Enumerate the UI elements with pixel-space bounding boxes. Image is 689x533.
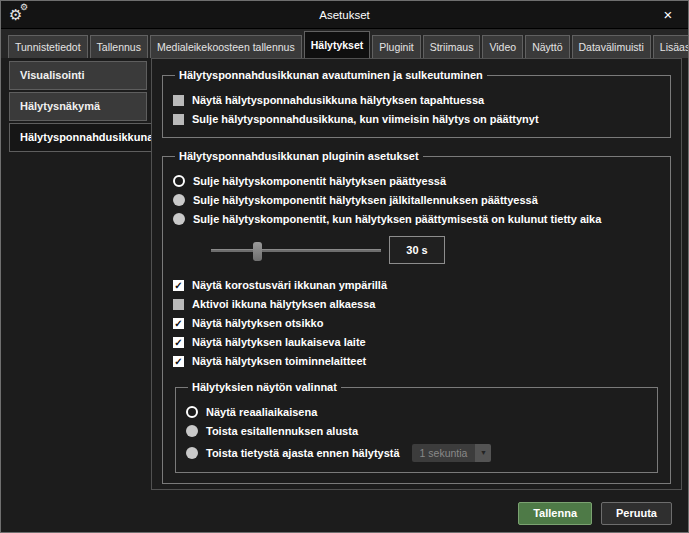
delay-slider-row: 30 s (211, 235, 662, 265)
radio-row[interactable]: Toista tietystä ajasta ennen hälytystä 1… (186, 444, 649, 462)
checkbox-icon[interactable]: ✓ (173, 280, 184, 291)
chevron-down-icon: ▼ (475, 444, 491, 462)
checkbox-icon[interactable]: ✓ (173, 318, 184, 329)
checkbox-icon[interactable] (173, 114, 184, 125)
checkbox-row[interactable]: Aktivoi ikkuna hälytyksen alkaessa (173, 298, 662, 310)
tab-datavalimuisti[interactable]: Datavälimuisti (572, 35, 651, 58)
cancel-button[interactable]: Peruuta (601, 502, 672, 525)
settings-window: ⚙ ⚙ Asetukset × Tunnistetiedot Tallennus… (0, 0, 689, 533)
slider-value-input[interactable]: 30 s (389, 236, 445, 264)
checkbox-icon[interactable]: ✓ (173, 337, 184, 348)
dialog-buttons: Tallenna Peruuta (518, 502, 672, 525)
checkbox-label: Näytä hälytyksen laukaiseva laite (192, 336, 366, 348)
radio-row[interactable]: Sulje hälytyskomponentit, kun hälytyksen… (173, 213, 662, 225)
checkbox-label: Aktivoi ikkuna hälytyksen alkaessa (192, 298, 375, 310)
tab-striimaus[interactable]: Striimaus (423, 35, 481, 58)
checkbox-label: Näytä hälytyksen otsikko (192, 317, 323, 329)
radio-row[interactable]: Toista esitallennuksen alusta (186, 425, 649, 437)
save-button[interactable]: Tallenna (518, 502, 592, 525)
checkbox-label: Sulje hälytysponnahdusikkuna, kun viimei… (192, 113, 539, 125)
title-bar: ⚙ ⚙ Asetukset × (1, 1, 688, 29)
checkbox-label: Näytä hälytyksen toiminnelaitteet (192, 355, 366, 367)
radio-label: Sulje hälytyskomponentit hälytyksen päät… (193, 175, 446, 187)
tab-halytykset[interactable]: Hälytykset (304, 31, 371, 58)
radio-row[interactable]: Sulje hälytyskomponentit hälytyksen päät… (173, 175, 662, 187)
sidebar-item-halytysponnahdusikkuna[interactable]: Hälytysponnahdusikkuna (9, 123, 151, 152)
sidebar: Visualisointi Hälytysnäkymä Hälytysponna… (9, 61, 151, 154)
window-title: Asetukset (1, 9, 688, 21)
slider-track[interactable] (211, 249, 381, 252)
plugin-checkbox-list: ✓ Näytä korostusväri ikkunan ympärillä A… (171, 279, 662, 367)
tab-naytto[interactable]: Näyttö (525, 35, 569, 58)
checkbox-label: Näytä korostusväri ikkunan ympärillä (192, 279, 387, 291)
group-popup-open-close: Hälytysponnahdusikkunan avautuminen ja s… (162, 69, 671, 138)
radio-icon[interactable] (186, 425, 198, 437)
radio-label: Toista esitallennuksen alusta (206, 425, 358, 437)
group-plugin-settings: Hälytysponnahdusikkunan pluginin asetuks… (162, 150, 671, 484)
checkbox-icon[interactable]: ✓ (173, 356, 184, 367)
checkbox-icon[interactable] (173, 95, 184, 106)
radio-row[interactable]: Sulje hälytyskomponentit hälytyksen jälk… (173, 194, 662, 206)
tab-bar: Tunnistetiedot Tallennus Medialeikekoost… (1, 29, 688, 58)
checkbox-row[interactable]: Sulje hälytysponnahdusikkuna, kun viimei… (173, 113, 662, 125)
sidebar-item-halytysnakyma[interactable]: Hälytysnäkymä (9, 92, 147, 121)
radio-icon[interactable] (186, 447, 198, 459)
time-before-alarm-dropdown[interactable]: 1 sekuntia ▼ (412, 444, 492, 462)
radio-label: Näytä reaaliaikaisena (206, 406, 317, 418)
group-title: Hälytysponnahdusikkunan pluginin asetuks… (175, 150, 423, 162)
checkbox-row[interactable]: ✓ Näytä hälytyksen laukaiseva laite (173, 336, 662, 348)
checkbox-row[interactable]: ✓ Näytä korostusväri ikkunan ympärillä (173, 279, 662, 291)
tab-pluginit[interactable]: Pluginit (372, 35, 420, 58)
radio-icon[interactable] (173, 175, 185, 187)
settings-panel: Hälytysponnahdusikkunan avautuminen ja s… (151, 58, 682, 490)
group-title: Hälytyksien näytön valinnat (188, 381, 341, 393)
radio-label: Sulje hälytyskomponentit, kun hälytyksen… (193, 213, 601, 225)
sidebar-item-visualisointi[interactable]: Visualisointi (9, 61, 147, 90)
checkbox-row[interactable]: ✓ Näytä hälytyksen otsikko (173, 317, 662, 329)
radio-label: Toista tietystä ajasta ennen hälytystä (206, 447, 400, 459)
dropdown-value: 1 sekuntia (412, 444, 476, 462)
checkbox-label: Näytä hälytysponnahdusikkuna hälytyksen … (192, 94, 484, 106)
checkbox-icon[interactable] (173, 299, 184, 310)
tab-tallennus[interactable]: Tallennus (90, 35, 148, 58)
close-icon[interactable]: × (658, 5, 678, 25)
tab-lisaasetukset[interactable]: Lisäasetukset (653, 35, 688, 58)
tab-tunnistetiedot[interactable]: Tunnistetiedot (8, 35, 88, 58)
radio-icon[interactable] (173, 194, 185, 206)
tab-video[interactable]: Video (482, 35, 523, 58)
dialog-body: Visualisointi Hälytysnäkymä Hälytysponna… (1, 58, 688, 532)
radio-row[interactable]: Näytä reaaliaikaisena (186, 406, 649, 418)
group-alarm-display-options: Hälytyksien näytön valinnat Näytä reaali… (175, 381, 658, 473)
radio-label: Sulje hälytyskomponentit hälytyksen jälk… (193, 194, 538, 206)
radio-icon[interactable] (186, 406, 198, 418)
group-title: Hälytysponnahdusikkunan avautuminen ja s… (175, 69, 487, 81)
tab-medialeikekoosteen-tallennus[interactable]: Medialeikekoosteen tallennus (150, 35, 302, 58)
checkbox-row[interactable]: Näytä hälytysponnahdusikkuna hälytyksen … (173, 94, 662, 106)
radio-icon[interactable] (173, 213, 185, 225)
slider-handle[interactable] (253, 242, 262, 261)
checkbox-row[interactable]: ✓ Näytä hälytyksen toiminnelaitteet (173, 355, 662, 367)
